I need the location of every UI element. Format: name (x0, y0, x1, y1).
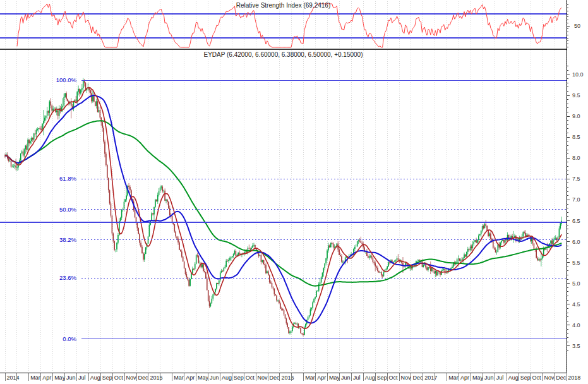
x-axis-label: Aug (90, 375, 100, 381)
x-axis-label: Sep (102, 375, 112, 381)
x-axis-label: Oct (114, 375, 124, 381)
price-axis-label: 9.0 (572, 113, 580, 119)
x-axis-label: Oct (389, 375, 399, 381)
fib-label-23.6%: 23.6% (59, 274, 76, 281)
x-axis-label: Apr (460, 375, 469, 381)
fib-label-38.2%: 38.2% (59, 236, 76, 243)
x-axis-label: Jul (353, 375, 361, 381)
x-axis-label: May (198, 375, 209, 381)
price-axis-label: 7.5 (572, 176, 580, 182)
price-axis-label: 7.0 (572, 196, 580, 203)
x-axis-label: Oct (532, 375, 542, 381)
x-axis-label: Jul (496, 375, 504, 381)
price-axis-label: 3.5 (572, 343, 580, 349)
x-axis-label: Sep (520, 375, 531, 381)
x-axis-label: Mar (448, 375, 459, 381)
price-axis-label: 8.5 (572, 134, 580, 140)
x-axis-label: Jun (484, 375, 494, 381)
x-axis-label: Dec (556, 375, 567, 381)
gridlines (5, 1, 567, 372)
price-axis-label: 8.0 (572, 155, 580, 161)
x-axis-label: May (329, 375, 340, 381)
trading-chart-window: 100.0%61.8%50.0%38.2%23.6%0.0%10.09.59.0… (0, 0, 588, 384)
x-axis-label: 2015 (150, 375, 162, 381)
fib-label-50.0%: 50.0% (59, 206, 76, 213)
x-axis-label: Aug (508, 375, 519, 381)
price-axis-label: 4.5 (572, 301, 580, 308)
x-axis-label: Aug (222, 375, 232, 381)
x-axis-label: Apr (42, 375, 51, 381)
fib-label-100.0%: 100.0% (56, 76, 77, 83)
price-axis: 10.09.59.08.58.07.57.06.56.05.55.04.54.0… (567, 66, 584, 351)
chart-canvas: 100.0%61.8%50.0%38.2%23.6%0.0%10.09.59.0… (0, 0, 588, 384)
x-axis-label: Aug (365, 375, 375, 381)
x-axis-label: Apr (317, 375, 326, 381)
fibonacci-levels: 100.0%61.8%50.0%38.2%23.6%0.0% (56, 76, 567, 342)
x-axis-label: Oct (246, 375, 255, 381)
x-axis-label: Mar (30, 375, 40, 381)
x-axis-label: Jun (66, 375, 76, 381)
price-axis-label: 10.0 (572, 71, 584, 78)
rsi-line (17, 4, 561, 47)
x-axis-label: Nov (401, 375, 412, 381)
price-axis-label: 5.5 (572, 260, 580, 266)
price-axis-label: 4.0 (572, 322, 580, 328)
x-axis-label: Jun (341, 375, 351, 381)
price-axis-label: 5.0 (572, 280, 580, 287)
pane-borders (0, 0, 567, 373)
x-axis-label: Dec (270, 375, 280, 381)
x-axis-label: Mar (305, 375, 315, 381)
x-axis-label: Nov (126, 375, 137, 381)
x-axis-label: Jun (210, 375, 219, 381)
price-axis-label: 6.5 (572, 218, 580, 224)
x-axis-label: Apr (186, 375, 195, 381)
fib-label-61.8%: 61.8% (59, 175, 76, 182)
x-axis-label: Mar (174, 375, 184, 381)
x-axis-label: Nov (258, 375, 268, 381)
x-axis-label: 2014 (7, 375, 20, 381)
x-axis-label: 2017 (424, 375, 437, 381)
x-axis-label: Sep (377, 375, 387, 381)
x-axis-label: May (54, 375, 66, 381)
x-axis-label: May (472, 375, 484, 381)
x-axis: 2014MarAprMayJunJulAugSepOctNovDec2015Ma… (5, 373, 580, 381)
price-axis-label: 6.0 (572, 239, 580, 245)
rsi-axis (567, 5, 570, 47)
x-axis-label: Sep (234, 375, 244, 381)
x-axis-label: Dec (412, 375, 423, 381)
fib-label-0.0%: 0.0% (63, 335, 76, 342)
x-axis-label: Jul (78, 375, 86, 381)
x-axis-label: Dec (138, 375, 149, 381)
x-axis-label: 2016 (281, 375, 294, 381)
x-axis-label: Nov (544, 375, 555, 381)
x-axis-label: 2018 (568, 375, 580, 381)
price-axis-label: 9.5 (572, 92, 580, 99)
